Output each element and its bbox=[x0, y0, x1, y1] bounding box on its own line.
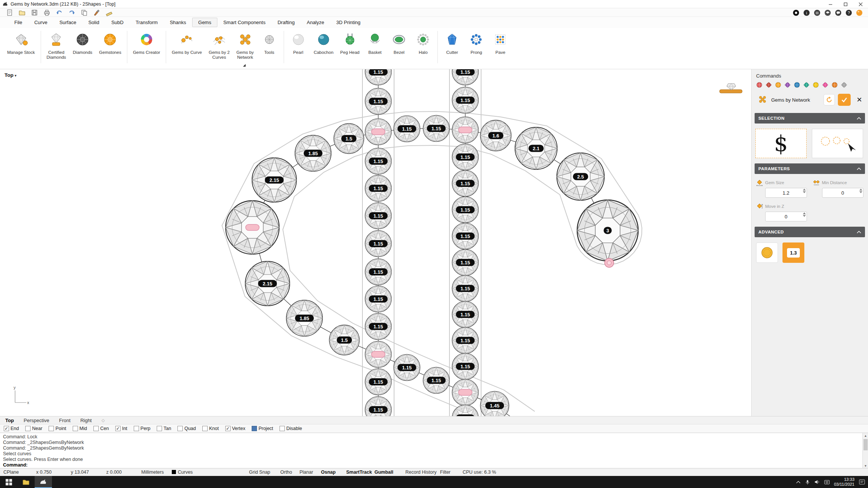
panel-command-icon-6[interactable] bbox=[803, 82, 810, 88]
osnap-cen[interactable]: Cen bbox=[93, 426, 109, 431]
start-button[interactable] bbox=[0, 476, 17, 488]
viewport-top[interactable]: Top▾ 1.151.151.151.151.151.151.151.151.1… bbox=[0, 69, 751, 416]
refresh-button[interactable] bbox=[824, 94, 835, 105]
gem[interactable]: 2.15 bbox=[252, 158, 296, 202]
info-icon[interactable]: i bbox=[803, 9, 810, 16]
panel-command-icon-8[interactable] bbox=[822, 82, 828, 88]
tray-chevron-icon[interactable] bbox=[796, 480, 801, 483]
gem[interactable]: 1.5 bbox=[329, 325, 359, 355]
taskbar-clock[interactable]: 13:33 03/11/2021 bbox=[834, 477, 854, 487]
ribbon-item-gemstones[interactable]: Gemstones bbox=[96, 31, 125, 55]
ribbon-item-peg-head[interactable]: Peg Head bbox=[337, 31, 363, 55]
move-in-z-input[interactable]: 0 bbox=[765, 212, 807, 221]
tab-gems[interactable]: Gems bbox=[192, 18, 217, 27]
gem[interactable] bbox=[365, 341, 391, 368]
osnap-vertex[interactable]: ✓ Vertex bbox=[225, 426, 245, 431]
gem[interactable]: 2.5 bbox=[557, 153, 604, 200]
record-icon[interactable] bbox=[793, 9, 799, 16]
gem[interactable]: 1.85 bbox=[286, 300, 322, 336]
toggle-filter[interactable]: Filter bbox=[440, 470, 451, 475]
tab-surface[interactable]: Surface bbox=[53, 18, 83, 27]
gem[interactable]: 1.6 bbox=[480, 120, 511, 151]
y-coordinate[interactable]: y 13.047 bbox=[71, 470, 89, 475]
gem[interactable]: 1.15 bbox=[365, 148, 391, 174]
gem[interactable] bbox=[226, 201, 279, 254]
gem[interactable]: 1.15 bbox=[423, 367, 449, 393]
ribbon-item-tools[interactable]: Tools bbox=[257, 31, 281, 55]
twoshapes-icon[interactable] bbox=[856, 9, 863, 16]
toggle-osnap[interactable]: Osnap bbox=[321, 470, 336, 475]
undo-icon[interactable] bbox=[56, 9, 63, 16]
osnap-point-checkbox[interactable] bbox=[49, 426, 54, 431]
redo-icon[interactable] bbox=[68, 9, 75, 16]
learn-icon[interactable] bbox=[824, 9, 831, 16]
chat-icon[interactable] bbox=[835, 9, 842, 16]
gem[interactable]: 1.15 bbox=[452, 327, 478, 354]
min-distance-input[interactable]: 0 bbox=[822, 188, 864, 198]
ribbon-item-cabochon[interactable]: Cabochon bbox=[310, 31, 337, 55]
gem[interactable]: 1.15 bbox=[452, 144, 478, 170]
panel-command-icon-10[interactable] bbox=[841, 82, 847, 88]
x-coordinate[interactable]: x 0.750 bbox=[36, 470, 52, 475]
panel-command-icon-5[interactable] bbox=[794, 82, 800, 88]
panel-command-icon-4[interactable] bbox=[784, 82, 791, 88]
print-icon[interactable] bbox=[43, 9, 50, 16]
gem-size-input[interactable]: 1.2 bbox=[765, 188, 807, 198]
scroll-down-arrow[interactable]: ▼ bbox=[863, 463, 868, 468]
gem[interactable]: 1.45 bbox=[480, 391, 509, 416]
osnap-int-checkbox[interactable]: ✓ bbox=[115, 426, 121, 431]
notification-center-icon[interactable] bbox=[859, 479, 865, 485]
gem[interactable]: 2.1 bbox=[515, 127, 557, 169]
panel-command-icon-2[interactable] bbox=[766, 82, 772, 88]
toggle-record-history[interactable]: Record History bbox=[405, 470, 437, 475]
z-coordinate[interactable]: z 0.000 bbox=[106, 470, 122, 475]
ribbon-item-gems-by-2-curves[interactable]: Gems by 2Curves bbox=[205, 31, 233, 60]
tab-subd[interactable]: SubD bbox=[105, 18, 130, 27]
viewport-tab-new-icon[interactable]: ◇ bbox=[101, 418, 104, 423]
tab-smart-components[interactable]: Smart Components bbox=[217, 18, 272, 27]
osnap-end-checkbox[interactable]: ✓ bbox=[4, 426, 9, 431]
panel-command-icon-1[interactable] bbox=[756, 82, 763, 88]
gem[interactable] bbox=[365, 119, 391, 145]
osnap-perp-checkbox[interactable] bbox=[134, 426, 139, 431]
osnap-int[interactable]: ✓ Int bbox=[115, 426, 127, 431]
viewport-canvas[interactable]: 1.151.151.151.151.151.151.151.151.151.15… bbox=[0, 69, 751, 416]
gem[interactable]: 1.15 bbox=[365, 259, 391, 285]
gem[interactable]: 1.15 bbox=[365, 88, 391, 114]
tab-analyze[interactable]: Analyze bbox=[301, 18, 330, 27]
osnap-near-checkbox[interactable] bbox=[25, 426, 31, 431]
minimize-button[interactable] bbox=[823, 0, 838, 8]
min-distance-spinner[interactable] bbox=[859, 189, 862, 193]
section-header-parameters[interactable]: PARAMETERS bbox=[755, 163, 865, 174]
osnap-quad[interactable]: Quad bbox=[177, 426, 196, 431]
toggle-gumball[interactable]: Gumball bbox=[374, 470, 393, 475]
viewport-tab-front[interactable]: Front bbox=[59, 418, 70, 423]
tab-shanks[interactable]: Shanks bbox=[164, 18, 192, 27]
osnap-knot[interactable]: Knot bbox=[202, 426, 219, 431]
gem[interactable]: 1.15 bbox=[365, 69, 391, 85]
ribbon-item-gems-by-curve[interactable]: Gems by Curve bbox=[168, 31, 205, 55]
gem[interactable]: 2.15 bbox=[245, 261, 290, 306]
gem[interactable]: 1.15 bbox=[365, 313, 391, 340]
ribbon-item-bezel[interactable]: Bezel bbox=[387, 31, 411, 55]
gem[interactable]: 1.5 bbox=[334, 124, 364, 154]
gem-size-spinner[interactable] bbox=[803, 189, 806, 193]
selection-gems-thumbnail[interactable] bbox=[812, 129, 863, 158]
command-scrollbar[interactable]: ▲ ▼ bbox=[862, 433, 868, 468]
ribbon-item-manage-stock[interactable]: Manage Stock bbox=[4, 31, 38, 55]
gem[interactable]: 1.15 bbox=[365, 369, 391, 395]
layer-pane[interactable]: Curves bbox=[172, 470, 193, 475]
gem[interactable]: 1.15 bbox=[452, 87, 478, 113]
advanced-size-option[interactable]: 1.3 bbox=[782, 242, 804, 263]
section-header-advanced[interactable]: ADVANCED bbox=[755, 227, 865, 237]
section-header-selection[interactable]: SELECTION bbox=[755, 113, 865, 124]
new-file-icon[interactable] bbox=[6, 9, 13, 16]
gem[interactable]: 3 bbox=[577, 200, 638, 261]
toggle-grid-snap[interactable]: Grid Snap bbox=[249, 470, 270, 475]
osnap-disable[interactable]: Disable bbox=[280, 426, 302, 431]
osnap-end[interactable]: ✓ End bbox=[4, 426, 19, 431]
maximize-button[interactable] bbox=[838, 0, 853, 8]
toggle-smarttrack[interactable]: SmartTrack bbox=[346, 470, 372, 475]
osnap-project-checkbox[interactable] bbox=[252, 426, 257, 431]
osnap-vertex-checkbox[interactable]: ✓ bbox=[225, 426, 231, 431]
